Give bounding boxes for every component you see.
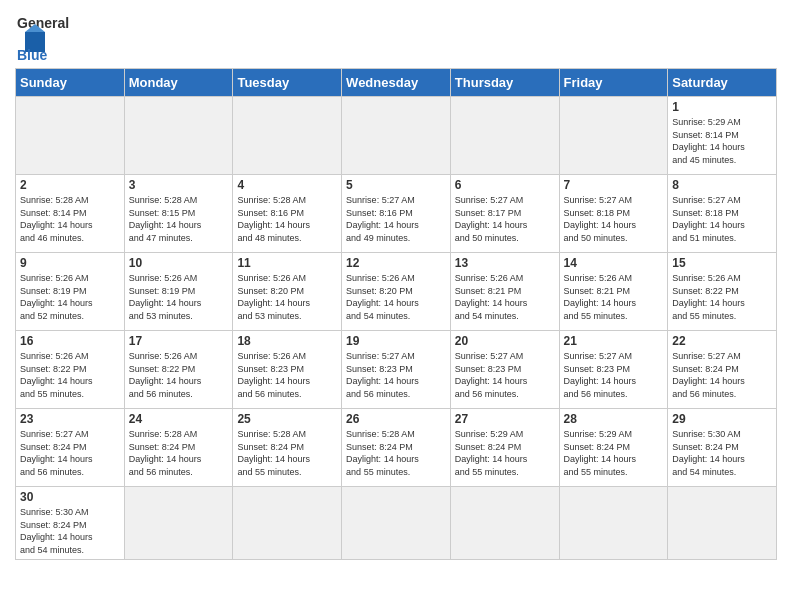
calendar-day-cell: 11Sunrise: 5:26 AM Sunset: 8:20 PM Dayli… <box>233 253 342 331</box>
svg-text:Blue: Blue <box>17 47 48 60</box>
day-number: 16 <box>20 334 120 348</box>
calendar-day-cell <box>233 97 342 175</box>
day-number: 6 <box>455 178 555 192</box>
day-info: Sunrise: 5:27 AM Sunset: 8:24 PM Dayligh… <box>20 428 120 478</box>
calendar-day-cell <box>668 487 777 560</box>
calendar-day-cell: 10Sunrise: 5:26 AM Sunset: 8:19 PM Dayli… <box>124 253 233 331</box>
day-info: Sunrise: 5:28 AM Sunset: 8:24 PM Dayligh… <box>129 428 229 478</box>
calendar-day-cell <box>124 487 233 560</box>
day-info: Sunrise: 5:27 AM Sunset: 8:23 PM Dayligh… <box>455 350 555 400</box>
calendar-day-cell: 24Sunrise: 5:28 AM Sunset: 8:24 PM Dayli… <box>124 409 233 487</box>
calendar-day-cell <box>450 97 559 175</box>
day-info: Sunrise: 5:28 AM Sunset: 8:14 PM Dayligh… <box>20 194 120 244</box>
weekday-header-thursday: Thursday <box>450 69 559 97</box>
day-info: Sunrise: 5:26 AM Sunset: 8:22 PM Dayligh… <box>129 350 229 400</box>
day-info: Sunrise: 5:26 AM Sunset: 8:20 PM Dayligh… <box>346 272 446 322</box>
day-number: 24 <box>129 412 229 426</box>
weekday-header-row: SundayMondayTuesdayWednesdayThursdayFrid… <box>16 69 777 97</box>
day-info: Sunrise: 5:30 AM Sunset: 8:24 PM Dayligh… <box>672 428 772 478</box>
day-info: Sunrise: 5:26 AM Sunset: 8:23 PM Dayligh… <box>237 350 337 400</box>
day-info: Sunrise: 5:26 AM Sunset: 8:21 PM Dayligh… <box>564 272 664 322</box>
day-number: 29 <box>672 412 772 426</box>
day-info: Sunrise: 5:27 AM Sunset: 8:23 PM Dayligh… <box>346 350 446 400</box>
weekday-header-monday: Monday <box>124 69 233 97</box>
day-number: 11 <box>237 256 337 270</box>
day-info: Sunrise: 5:27 AM Sunset: 8:17 PM Dayligh… <box>455 194 555 244</box>
weekday-header-saturday: Saturday <box>668 69 777 97</box>
day-info: Sunrise: 5:29 AM Sunset: 8:24 PM Dayligh… <box>564 428 664 478</box>
calendar-day-cell: 13Sunrise: 5:26 AM Sunset: 8:21 PM Dayli… <box>450 253 559 331</box>
day-number: 14 <box>564 256 664 270</box>
calendar-day-cell: 8Sunrise: 5:27 AM Sunset: 8:18 PM Daylig… <box>668 175 777 253</box>
calendar-day-cell <box>559 97 668 175</box>
day-info: Sunrise: 5:29 AM Sunset: 8:24 PM Dayligh… <box>455 428 555 478</box>
day-number: 17 <box>129 334 229 348</box>
day-info: Sunrise: 5:27 AM Sunset: 8:23 PM Dayligh… <box>564 350 664 400</box>
day-info: Sunrise: 5:30 AM Sunset: 8:24 PM Dayligh… <box>20 506 120 556</box>
day-number: 25 <box>237 412 337 426</box>
calendar-day-cell: 12Sunrise: 5:26 AM Sunset: 8:20 PM Dayli… <box>342 253 451 331</box>
calendar-day-cell: 9Sunrise: 5:26 AM Sunset: 8:19 PM Daylig… <box>16 253 125 331</box>
calendar-day-cell: 14Sunrise: 5:26 AM Sunset: 8:21 PM Dayli… <box>559 253 668 331</box>
calendar-day-cell: 18Sunrise: 5:26 AM Sunset: 8:23 PM Dayli… <box>233 331 342 409</box>
calendar-day-cell <box>342 97 451 175</box>
day-number: 22 <box>672 334 772 348</box>
weekday-header-wednesday: Wednesday <box>342 69 451 97</box>
day-number: 5 <box>346 178 446 192</box>
day-info: Sunrise: 5:27 AM Sunset: 8:24 PM Dayligh… <box>672 350 772 400</box>
calendar-day-cell: 4Sunrise: 5:28 AM Sunset: 8:16 PM Daylig… <box>233 175 342 253</box>
day-number: 18 <box>237 334 337 348</box>
day-number: 9 <box>20 256 120 270</box>
day-info: Sunrise: 5:28 AM Sunset: 8:16 PM Dayligh… <box>237 194 337 244</box>
calendar-week-row: 16Sunrise: 5:26 AM Sunset: 8:22 PM Dayli… <box>16 331 777 409</box>
day-info: Sunrise: 5:28 AM Sunset: 8:15 PM Dayligh… <box>129 194 229 244</box>
day-info: Sunrise: 5:27 AM Sunset: 8:16 PM Dayligh… <box>346 194 446 244</box>
calendar-week-row: 9Sunrise: 5:26 AM Sunset: 8:19 PM Daylig… <box>16 253 777 331</box>
calendar-table: SundayMondayTuesdayWednesdayThursdayFrid… <box>15 68 777 560</box>
day-info: Sunrise: 5:28 AM Sunset: 8:24 PM Dayligh… <box>346 428 446 478</box>
day-number: 2 <box>20 178 120 192</box>
generalblue-logo-icon: General Blue <box>15 10 75 60</box>
day-number: 3 <box>129 178 229 192</box>
calendar-day-cell <box>233 487 342 560</box>
day-info: Sunrise: 5:26 AM Sunset: 8:19 PM Dayligh… <box>20 272 120 322</box>
day-number: 21 <box>564 334 664 348</box>
day-number: 1 <box>672 100 772 114</box>
day-info: Sunrise: 5:29 AM Sunset: 8:14 PM Dayligh… <box>672 116 772 166</box>
logo: General Blue <box>15 10 75 60</box>
weekday-header-tuesday: Tuesday <box>233 69 342 97</box>
calendar-day-cell: 27Sunrise: 5:29 AM Sunset: 8:24 PM Dayli… <box>450 409 559 487</box>
calendar-day-cell: 6Sunrise: 5:27 AM Sunset: 8:17 PM Daylig… <box>450 175 559 253</box>
weekday-header-friday: Friday <box>559 69 668 97</box>
calendar-day-cell: 20Sunrise: 5:27 AM Sunset: 8:23 PM Dayli… <box>450 331 559 409</box>
day-info: Sunrise: 5:26 AM Sunset: 8:22 PM Dayligh… <box>20 350 120 400</box>
calendar-day-cell: 1Sunrise: 5:29 AM Sunset: 8:14 PM Daylig… <box>668 97 777 175</box>
calendar-day-cell <box>16 97 125 175</box>
day-number: 30 <box>20 490 120 504</box>
day-number: 8 <box>672 178 772 192</box>
calendar-day-cell: 21Sunrise: 5:27 AM Sunset: 8:23 PM Dayli… <box>559 331 668 409</box>
calendar-day-cell: 26Sunrise: 5:28 AM Sunset: 8:24 PM Dayli… <box>342 409 451 487</box>
calendar-day-cell <box>124 97 233 175</box>
day-number: 4 <box>237 178 337 192</box>
calendar-day-cell <box>342 487 451 560</box>
calendar-day-cell: 2Sunrise: 5:28 AM Sunset: 8:14 PM Daylig… <box>16 175 125 253</box>
weekday-header-sunday: Sunday <box>16 69 125 97</box>
day-number: 10 <box>129 256 229 270</box>
day-number: 7 <box>564 178 664 192</box>
calendar-day-cell: 7Sunrise: 5:27 AM Sunset: 8:18 PM Daylig… <box>559 175 668 253</box>
day-number: 23 <box>20 412 120 426</box>
calendar-week-row: 23Sunrise: 5:27 AM Sunset: 8:24 PM Dayli… <box>16 409 777 487</box>
day-info: Sunrise: 5:26 AM Sunset: 8:20 PM Dayligh… <box>237 272 337 322</box>
day-number: 13 <box>455 256 555 270</box>
calendar-day-cell <box>450 487 559 560</box>
day-info: Sunrise: 5:26 AM Sunset: 8:19 PM Dayligh… <box>129 272 229 322</box>
calendar-day-cell: 16Sunrise: 5:26 AM Sunset: 8:22 PM Dayli… <box>16 331 125 409</box>
day-number: 20 <box>455 334 555 348</box>
calendar-day-cell: 25Sunrise: 5:28 AM Sunset: 8:24 PM Dayli… <box>233 409 342 487</box>
calendar-day-cell <box>559 487 668 560</box>
day-number: 28 <box>564 412 664 426</box>
page-header: General Blue <box>15 10 777 60</box>
calendar-day-cell: 30Sunrise: 5:30 AM Sunset: 8:24 PM Dayli… <box>16 487 125 560</box>
day-number: 12 <box>346 256 446 270</box>
